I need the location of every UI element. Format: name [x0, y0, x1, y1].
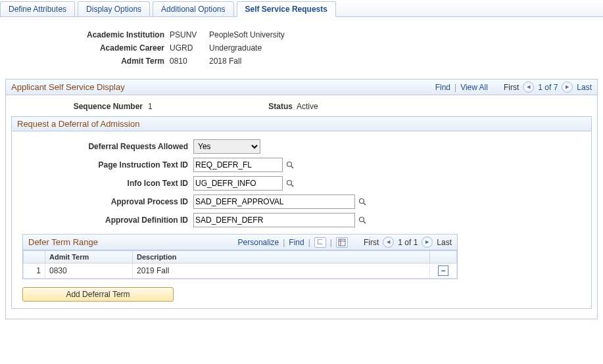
approval-process-input[interactable] [193, 194, 355, 209]
view-all-link[interactable]: View All [460, 83, 488, 92]
tab-additional-options[interactable]: Additional Options [153, 1, 233, 16]
svg-rect-8 [339, 239, 345, 246]
delete-row-icon[interactable]: − [438, 265, 448, 276]
career-label: Academic Career [7, 43, 170, 53]
find-link[interactable]: Find [435, 83, 450, 92]
admit-term-name: 2018 Fall [209, 57, 241, 66]
row-number: 1 [24, 263, 45, 279]
grid-next-arrow-icon[interactable]: ► [422, 237, 433, 248]
svg-point-4 [360, 199, 364, 204]
career-name: Undergraduate [209, 43, 262, 53]
sequence-number-value: 1 [148, 102, 253, 111]
info-icon-label: Info Icon Text ID [17, 179, 193, 188]
institution-name: PeopleSoft University [209, 30, 285, 39]
defer-term-table: Admit Term Description 1 0830 2019 Fall … [23, 250, 457, 279]
grid-title: Defer Term Range [28, 237, 98, 247]
table-row: 1 0830 2019 Fall − [24, 263, 457, 279]
admit-term-label: Admit Term [7, 57, 170, 66]
info-icon-input[interactable] [193, 176, 283, 191]
next-arrow-icon[interactable]: ► [562, 81, 573, 93]
svg-line-3 [291, 185, 293, 187]
add-deferral-term-button[interactable]: Add Deferral Term [22, 287, 174, 302]
col-description[interactable]: Description [133, 251, 430, 263]
section-nav: Find | View All First ◄ 1 of 7 ► Last [435, 81, 592, 93]
svg-point-6 [360, 217, 364, 222]
approval-definition-label: Approval Definition ID [17, 216, 193, 225]
defer-term-grid: Defer Term Range Personalize | Find | ⼕ … [22, 234, 458, 279]
svg-line-5 [364, 203, 366, 205]
grid-last: Last [437, 238, 452, 247]
grid-counter: 1 of 1 [398, 238, 418, 247]
approval-process-label: Approval Process ID [17, 197, 193, 206]
approval-definition-input[interactable] [193, 213, 355, 227]
download-icon[interactable] [336, 237, 348, 248]
lookup-icon[interactable] [358, 197, 367, 206]
svg-point-0 [287, 162, 292, 167]
tab-bar: Define Attributes Display Options Additi… [0, 0, 603, 17]
section-title: Applicant Self Service Display [11, 82, 125, 92]
lookup-icon[interactable] [285, 160, 295, 170]
svg-line-1 [291, 166, 293, 168]
row-counter[interactable]: 1 of 7 [538, 83, 558, 92]
section-header: Applicant Self Service Display Find | Vi… [5, 79, 598, 95]
svg-point-2 [287, 181, 292, 185]
grid-personalize-link[interactable]: Personalize [238, 238, 279, 247]
prev-arrow-icon[interactable]: ◄ [523, 81, 534, 93]
tab-display-options[interactable]: Display Options [78, 1, 150, 16]
sequence-number-label: Sequence Number [11, 102, 148, 111]
institution-label: Academic Institution [7, 30, 170, 39]
col-admit-term[interactable]: Admit Term [45, 251, 133, 263]
first-label: First [504, 83, 519, 92]
institution-code: PSUNV [170, 30, 209, 39]
page-instruction-label: Page Instruction Text ID [17, 160, 193, 170]
deferral-section-title: Request a Deferral of Admission [11, 116, 592, 131]
lookup-icon[interactable] [358, 216, 367, 225]
status-value: Active [297, 102, 318, 111]
zoom-icon[interactable]: ⼕ [314, 237, 326, 248]
grid-find-link[interactable]: Find [289, 238, 304, 247]
last-link[interactable]: Last [577, 83, 592, 92]
context-header: Academic Institution PSUNV PeopleSoft Un… [0, 17, 603, 76]
row-admit-term: 0830 [45, 263, 133, 279]
grid-prev-arrow-icon[interactable]: ◄ [383, 237, 394, 248]
row-description: 2019 Fall [133, 263, 430, 279]
deferral-form: Deferral Requests Allowed Yes Page Instr… [11, 131, 592, 309]
career-code: UGRD [170, 43, 209, 53]
page-instruction-input[interactable] [193, 158, 283, 172]
admit-term-code: 0810 [170, 57, 209, 66]
tab-define-attributes[interactable]: Define Attributes [0, 1, 75, 16]
status-label: Status [253, 102, 297, 111]
lookup-icon[interactable] [285, 179, 295, 188]
tab-self-service-requests[interactable]: Self Service Requests [237, 1, 336, 17]
deferral-allowed-select[interactable]: Yes [193, 139, 260, 154]
section-body: Sequence Number 1 Status Active Request … [5, 95, 598, 319]
grid-first: First [364, 238, 379, 247]
deferral-allowed-label: Deferral Requests Allowed [17, 142, 193, 151]
svg-line-7 [364, 221, 366, 223]
